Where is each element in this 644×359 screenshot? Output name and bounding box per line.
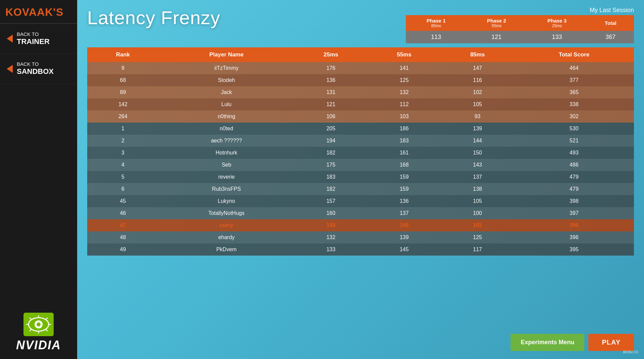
table-row: 6Rub3nsFPS182159138479 <box>87 183 634 195</box>
score-value: 186 <box>368 123 441 135</box>
player-name: Lulu <box>159 98 294 110</box>
score-value: 161 <box>368 147 441 159</box>
score-value: 145 <box>368 243 441 256</box>
main-content: Latency Frenzy My Last Session Phase 185… <box>77 0 644 359</box>
score-value: 147 <box>441 62 514 74</box>
session-value-1: 121 <box>466 31 527 43</box>
watermark: airav.cc <box>623 349 639 354</box>
score-value: 3 <box>87 147 159 159</box>
score-value: 68 <box>87 74 159 86</box>
game-title: Latency Frenzy <box>87 7 220 29</box>
lb-body: 9iiTzTimmy17614114746468Stodeh1361251163… <box>87 62 634 256</box>
session-value-0: 113 <box>406 31 466 43</box>
score-value: 105 <box>441 195 514 207</box>
score-value: 396 <box>514 219 634 231</box>
score-value: 264 <box>87 110 159 123</box>
table-row: 49PkDvem133145117395 <box>87 243 634 256</box>
score-value: 168 <box>368 159 441 171</box>
score-value: 136 <box>294 74 368 86</box>
trainer-label: BACK TO TRAINER <box>17 31 50 46</box>
session-label: My Last Session <box>406 7 634 14</box>
score-value: 137 <box>368 207 441 219</box>
score-value: 160 <box>294 207 368 219</box>
player-name: reverie <box>159 171 294 183</box>
score-value: 149 <box>294 219 368 231</box>
score-value: 464 <box>514 62 634 74</box>
score-value: 365 <box>514 86 634 98</box>
table-row: 264n0thing10610393302 <box>87 110 634 123</box>
score-value: 138 <box>441 183 514 195</box>
lb-col-total-score: Total Score <box>514 47 634 62</box>
logo-text: ovaaK's <box>13 6 63 18</box>
score-value: 103 <box>368 110 441 123</box>
score-value: 125 <box>441 231 514 243</box>
back-to-sandbox-button[interactable]: BACK TO SANDBOX <box>0 54 77 84</box>
player-name: PkDvem <box>159 243 294 256</box>
score-value: 302 <box>514 110 634 123</box>
score-value: 486 <box>514 159 634 171</box>
score-value: 139 <box>368 231 441 243</box>
score-value: 395 <box>514 243 634 256</box>
score-value: 398 <box>514 195 634 207</box>
score-value: 530 <box>514 123 634 135</box>
score-value: 5 <box>87 171 159 183</box>
score-value: 396 <box>514 231 634 243</box>
score-value: 102 <box>441 86 514 98</box>
score-value: 183 <box>368 135 441 147</box>
score-value: 141 <box>368 62 441 74</box>
score-value: 133 <box>294 243 368 256</box>
session-col-phase-2: Phase 255ms <box>466 15 527 31</box>
session-col-total: Total <box>587 15 634 31</box>
player-name: Lukyno <box>159 195 294 207</box>
header-row: Latency Frenzy My Last Session Phase 185… <box>87 7 634 43</box>
score-value: 159 <box>368 171 441 183</box>
table-row: 4Seb175168143486 <box>87 159 634 171</box>
score-value: 89 <box>87 86 159 98</box>
svg-point-3 <box>37 322 41 326</box>
kovaaks-logo: KovaaK's <box>5 6 72 18</box>
score-value: 105 <box>441 98 514 110</box>
sidebar: KovaaK's BACK TO TRAINER BACK TO SANDBOX <box>0 0 77 359</box>
player-name: Stodeh <box>159 74 294 86</box>
session-col-phase-1: Phase 185ms <box>406 15 466 31</box>
score-value: 48 <box>87 231 159 243</box>
table-row: 1n0ted205186139530 <box>87 123 634 135</box>
player-name: iiTzTimmy <box>159 62 294 74</box>
table-row: 47curry149145102396 <box>87 219 634 231</box>
score-value: 4 <box>87 159 159 171</box>
score-value: 2 <box>87 135 159 147</box>
player-name: curry <box>159 219 294 231</box>
score-value: 205 <box>294 123 368 135</box>
lb-col-85ms: 85ms <box>441 47 514 62</box>
score-value: 45 <box>87 195 159 207</box>
score-value: 183 <box>294 171 368 183</box>
score-value: 137 <box>441 171 514 183</box>
score-value: 47 <box>87 219 159 231</box>
player-name: n0thing <box>159 110 294 123</box>
score-value: 194 <box>294 135 368 147</box>
player-name: ehardy <box>159 231 294 243</box>
score-value: 159 <box>368 183 441 195</box>
leaderboard-table: RankPlayer Name25ms55ms85msTotal Score 9… <box>87 47 634 256</box>
table-row: 5reverie183159137479 <box>87 171 634 183</box>
bottom-bar: Experiments Menu PLAY <box>87 330 634 352</box>
score-value: 100 <box>441 207 514 219</box>
lb-col-25ms: 25ms <box>294 47 368 62</box>
score-value: 46 <box>87 207 159 219</box>
score-value: 49 <box>87 243 159 256</box>
score-value: 132 <box>368 86 441 98</box>
score-value: 121 <box>294 98 368 110</box>
score-value: 131 <box>294 86 368 98</box>
player-name: n0ted <box>159 123 294 135</box>
session-header-row: Phase 185msPhase 255msPhase 325msTotal <box>406 15 634 31</box>
session-table: Phase 185msPhase 255msPhase 325msTotal 1… <box>406 15 634 43</box>
experiments-menu-button[interactable]: Experiments Menu <box>511 334 584 351</box>
score-value: 125 <box>368 74 441 86</box>
play-button[interactable]: PLAY <box>588 334 634 351</box>
score-value: 93 <box>441 110 514 123</box>
back-to-trainer-button[interactable]: BACK TO TRAINER <box>0 24 77 54</box>
logo-area: KovaaK's <box>0 0 77 23</box>
score-value: 132 <box>294 231 368 243</box>
leaderboard: RankPlayer Name25ms55ms85msTotal Score 9… <box>87 47 634 326</box>
score-value: 479 <box>514 183 634 195</box>
